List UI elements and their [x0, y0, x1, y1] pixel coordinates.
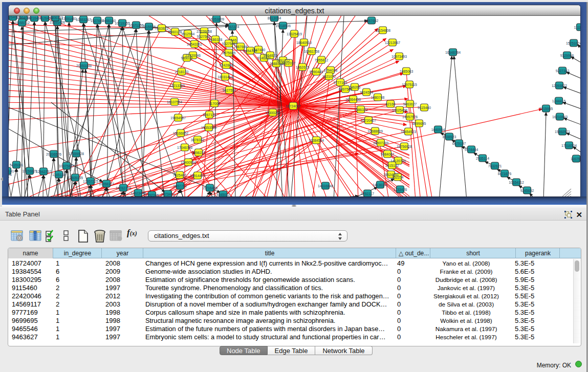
svg-text:2367608: 2367608 — [234, 45, 248, 49]
svg-text:10025438: 10025438 — [392, 108, 407, 112]
svg-text:1733426: 1733426 — [394, 188, 407, 191]
svg-text:16306153: 16306153 — [48, 16, 63, 19]
svg-text:3215955: 3215955 — [539, 107, 553, 111]
svg-text:7663822: 7663822 — [155, 27, 169, 30]
svg-text:3267110: 3267110 — [203, 113, 216, 117]
svg-text:7625402: 7625402 — [173, 173, 187, 177]
svg-text:15692971: 15692971 — [555, 130, 570, 134]
svg-text:116753: 116753 — [571, 157, 580, 161]
svg-text:9474444: 9474444 — [465, 148, 478, 151]
svg-text:23226058: 23226058 — [197, 30, 212, 33]
svg-text:2935114: 2935114 — [476, 157, 489, 160]
svg-text:19384554: 19384554 — [309, 139, 324, 142]
svg-text:7632621: 7632621 — [488, 164, 502, 168]
svg-text:7515526: 7515526 — [142, 25, 156, 29]
svg-text:117004: 117004 — [209, 102, 220, 105]
svg-text:16210643: 16210643 — [552, 115, 568, 119]
svg-text:9657791: 9657791 — [173, 184, 187, 188]
svg-text:9777169: 9777169 — [334, 81, 347, 84]
svg-text:10973493: 10973493 — [391, 55, 407, 58]
svg-text:16107554: 16107554 — [167, 100, 182, 104]
svg-text:20206526: 20206526 — [46, 152, 61, 156]
svg-text:9242848: 9242848 — [220, 63, 233, 67]
svg-text:9464823: 9464823 — [264, 54, 277, 57]
svg-text:546: 546 — [230, 38, 236, 42]
svg-text:23691406: 23691406 — [50, 20, 65, 24]
svg-text:1547480: 1547480 — [252, 48, 266, 52]
svg-text:13591481: 13591481 — [61, 17, 77, 20]
svg-text:17016504: 17016504 — [561, 144, 577, 147]
svg-text:20364436: 20364436 — [345, 98, 361, 101]
svg-text:1621072: 1621072 — [322, 75, 336, 78]
svg-text:8660128: 8660128 — [168, 30, 182, 34]
svg-text:11156829: 11156829 — [22, 169, 37, 173]
svg-text:15353594: 15353594 — [201, 126, 216, 129]
svg-text:15720407: 15720407 — [361, 119, 376, 122]
svg-text:12213967: 12213967 — [385, 41, 400, 45]
svg-text:2718170: 2718170 — [175, 70, 189, 74]
svg-text:18640910: 18640910 — [296, 41, 312, 45]
svg-text:16154808: 16154808 — [375, 29, 390, 32]
svg-text:9245652: 9245652 — [520, 189, 534, 192]
svg-text:10671355: 10671355 — [128, 24, 144, 27]
svg-text:3822037: 3822037 — [282, 61, 296, 65]
svg-text:1292117: 1292117 — [361, 192, 374, 195]
svg-text:12942757: 12942757 — [36, 170, 51, 173]
svg-text:7955812: 7955812 — [315, 58, 329, 62]
svg-text:16648784: 16648784 — [445, 51, 461, 54]
svg-text:10958127: 10958127 — [99, 182, 114, 186]
svg-text:6497568: 6497568 — [339, 87, 353, 91]
svg-text:6794028: 6794028 — [324, 69, 338, 72]
svg-text:19055712: 19055712 — [14, 21, 30, 25]
svg-text:9227342: 9227342 — [556, 69, 570, 73]
svg-text:9245011: 9245011 — [216, 193, 230, 196]
svg-text:6899695: 6899695 — [412, 122, 426, 125]
svg-text:17957225: 17957225 — [83, 180, 98, 183]
svg-text:13325419: 13325419 — [287, 32, 302, 36]
svg-text:15751074: 15751074 — [566, 41, 580, 45]
svg-text:9427552: 9427552 — [223, 89, 236, 92]
svg-text:1588520: 1588520 — [270, 62, 284, 65]
svg-text:9329966: 9329966 — [560, 54, 574, 57]
svg-text:3912954: 3912954 — [181, 32, 195, 36]
svg-text:5435001: 5435001 — [10, 163, 24, 167]
svg-text:10719155: 10719155 — [115, 21, 130, 25]
svg-text:16961758: 16961758 — [304, 50, 319, 53]
svg-text:14136141: 14136141 — [373, 183, 388, 187]
svg-text:1111704: 1111704 — [574, 26, 580, 29]
svg-text:14957576: 14957576 — [402, 115, 418, 119]
svg-text:1292345: 1292345 — [145, 193, 159, 197]
svg-text:6679197: 6679197 — [452, 142, 466, 145]
svg-text:3915141: 3915141 — [9, 169, 14, 173]
svg-text:12505135: 12505135 — [68, 176, 83, 180]
svg-text:10543362: 10543362 — [187, 42, 202, 46]
svg-text:17113824: 17113824 — [9, 173, 12, 177]
svg-text:5498222: 5498222 — [192, 151, 206, 155]
svg-text:10654112: 10654112 — [509, 181, 524, 184]
svg-text:16782759: 16782759 — [116, 186, 131, 190]
svg-text:12975115: 12975115 — [402, 83, 417, 86]
svg-text:19654987: 19654987 — [170, 116, 186, 120]
svg-text:12213309: 12213309 — [169, 84, 185, 87]
svg-text:3824554: 3824554 — [360, 91, 374, 94]
svg-text:14914479: 14914479 — [190, 174, 205, 178]
svg-text:1080748: 1080748 — [371, 96, 385, 99]
svg-text:15400994: 15400994 — [181, 161, 196, 164]
svg-text:8813054: 8813054 — [268, 16, 281, 20]
svg-text:1145134: 1145134 — [52, 173, 66, 177]
svg-text:62160: 62160 — [386, 102, 396, 106]
svg-text:16053809: 16053809 — [209, 17, 224, 21]
svg-text:8938923: 8938923 — [443, 135, 456, 139]
svg-text:15716485: 15716485 — [202, 186, 217, 190]
svg-text:19218506: 19218506 — [275, 24, 291, 28]
svg-text:8471676: 8471676 — [498, 172, 512, 176]
svg-text:8990448: 8990448 — [310, 70, 323, 74]
svg-text:7485063: 7485063 — [400, 70, 413, 73]
svg-text:1615132: 1615132 — [385, 164, 399, 167]
svg-text:7357224: 7357224 — [226, 25, 239, 29]
svg-text:15300295: 15300295 — [265, 111, 280, 115]
svg-text:8186328: 8186328 — [209, 38, 223, 41]
svg-text:9084067: 9084067 — [381, 152, 395, 156]
svg-text:19166852: 19166852 — [173, 132, 188, 135]
svg-text:2687682: 2687682 — [365, 19, 379, 23]
